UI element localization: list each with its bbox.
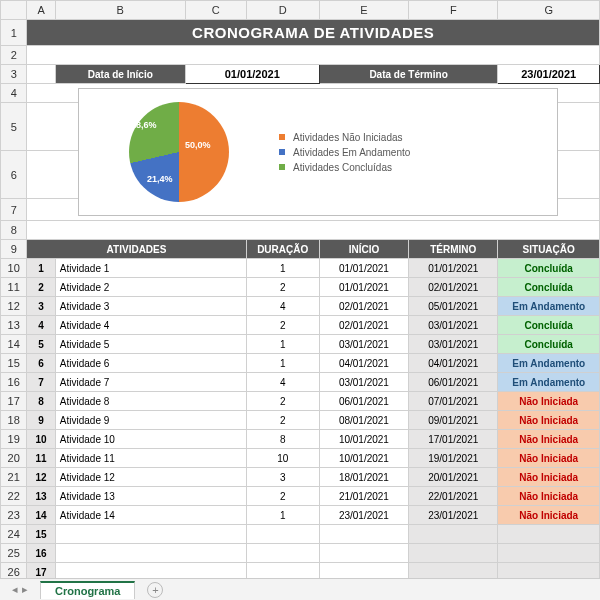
row-header[interactable]: 1 — [1, 20, 27, 46]
duration-cell[interactable]: 1 — [246, 506, 319, 525]
status-cell[interactable]: Concluída — [498, 259, 600, 278]
activity-name[interactable]: Atividade 10 — [55, 430, 246, 449]
activity-index[interactable]: 5 — [27, 335, 55, 354]
row-header[interactable]: 19 — [1, 430, 27, 449]
end-cell[interactable]: 04/01/2021 — [409, 354, 498, 373]
duration-cell[interactable]: 8 — [246, 430, 319, 449]
activity-name[interactable]: Atividade 13 — [55, 487, 246, 506]
row-header[interactable]: 21 — [1, 468, 27, 487]
start-cell[interactable]: 23/01/2021 — [319, 506, 408, 525]
end-cell[interactable]: 22/01/2021 — [409, 487, 498, 506]
end-cell[interactable]: 07/01/2021 — [409, 392, 498, 411]
row-header[interactable]: 15 — [1, 354, 27, 373]
row-header[interactable]: 2 — [1, 46, 27, 65]
status-cell[interactable]: Em Andamento — [498, 373, 600, 392]
duration-cell[interactable]: 2 — [246, 487, 319, 506]
column-header[interactable]: B — [55, 1, 185, 20]
end-cell[interactable]: 03/01/2021 — [409, 316, 498, 335]
status-cell[interactable]: Concluída — [498, 316, 600, 335]
duration-cell[interactable]: 2 — [246, 392, 319, 411]
status-cell[interactable]: Em Andamento — [498, 354, 600, 373]
status-cell[interactable]: Concluída — [498, 335, 600, 354]
activity-name[interactable]: Atividade 3 — [55, 297, 246, 316]
column-header[interactable]: A — [27, 1, 55, 20]
activity-index[interactable]: 14 — [27, 506, 55, 525]
activity-index[interactable]: 16 — [27, 544, 55, 563]
start-cell[interactable]: 10/01/2021 — [319, 430, 408, 449]
activity-index[interactable]: 6 — [27, 354, 55, 373]
activity-index[interactable]: 2 — [27, 278, 55, 297]
table-row[interactable]: 112Atividade 2201/01/202102/01/2021Concl… — [1, 278, 600, 297]
status-cell[interactable]: Não Iniciada — [498, 392, 600, 411]
table-row[interactable]: 156Atividade 6104/01/202104/01/2021Em An… — [1, 354, 600, 373]
duration-cell[interactable]: 1 — [246, 354, 319, 373]
end-cell[interactable]: 05/01/2021 — [409, 297, 498, 316]
start-cell[interactable]: 03/01/2021 — [319, 335, 408, 354]
column-header[interactable]: F — [409, 1, 498, 20]
tab-nav-icon[interactable]: ◂ ▸ — [0, 583, 40, 596]
empty-cell[interactable] — [246, 544, 319, 563]
end-cell[interactable]: 20/01/2021 — [409, 468, 498, 487]
empty-cell[interactable] — [246, 525, 319, 544]
row-header[interactable]: 14 — [1, 335, 27, 354]
table-row[interactable]: 2516 — [1, 544, 600, 563]
activity-name[interactable]: Atividade 6 — [55, 354, 246, 373]
activity-index[interactable]: 11 — [27, 449, 55, 468]
activity-name[interactable]: Atividade 7 — [55, 373, 246, 392]
end-cell[interactable]: 09/01/2021 — [409, 411, 498, 430]
column-header[interactable]: C — [185, 1, 246, 20]
start-date-value[interactable]: 01/01/2021 — [185, 65, 319, 84]
start-cell[interactable]: 10/01/2021 — [319, 449, 408, 468]
duration-cell[interactable]: 1 — [246, 335, 319, 354]
status-cell[interactable] — [498, 525, 600, 544]
row-header[interactable]: 25 — [1, 544, 27, 563]
activity-name[interactable] — [55, 544, 246, 563]
status-cell[interactable] — [498, 544, 600, 563]
sheet-tab-bar[interactable]: ◂ ▸ Cronograma + — [0, 578, 600, 600]
table-row[interactable]: 134Atividade 4202/01/202103/01/2021Concl… — [1, 316, 600, 335]
activity-name[interactable]: Atividade 9 — [55, 411, 246, 430]
row-header[interactable]: 7 — [1, 199, 27, 221]
end-cell[interactable]: 02/01/2021 — [409, 278, 498, 297]
table-row[interactable]: 167Atividade 7403/01/202106/01/2021Em An… — [1, 373, 600, 392]
start-cell[interactable]: 03/01/2021 — [319, 373, 408, 392]
activity-name[interactable]: Atividade 5 — [55, 335, 246, 354]
status-cell[interactable]: Não Iniciada — [498, 487, 600, 506]
row-header[interactable]: 23 — [1, 506, 27, 525]
end-cell[interactable]: 06/01/2021 — [409, 373, 498, 392]
activity-index[interactable]: 13 — [27, 487, 55, 506]
start-cell[interactable]: 02/01/2021 — [319, 297, 408, 316]
activity-name[interactable]: Atividade 8 — [55, 392, 246, 411]
table-row[interactable]: 1910Atividade 10810/01/202117/01/2021Não… — [1, 430, 600, 449]
duration-cell[interactable]: 1 — [246, 259, 319, 278]
duration-cell[interactable]: 4 — [246, 373, 319, 392]
status-cell[interactable]: Não Iniciada — [498, 506, 600, 525]
table-row[interactable]: 2314Atividade 14123/01/202123/01/2021Não… — [1, 506, 600, 525]
activity-index[interactable]: 10 — [27, 430, 55, 449]
activity-name[interactable] — [55, 525, 246, 544]
activity-index[interactable]: 8 — [27, 392, 55, 411]
row-header[interactable]: 10 — [1, 259, 27, 278]
status-cell[interactable]: Não Iniciada — [498, 468, 600, 487]
column-headers[interactable]: ABCDEFG — [1, 1, 600, 20]
row-header[interactable]: 17 — [1, 392, 27, 411]
duration-cell[interactable]: 4 — [246, 297, 319, 316]
row-header[interactable]: 8 — [1, 221, 27, 240]
duration-cell[interactable]: 2 — [246, 278, 319, 297]
row-header[interactable]: 5 — [1, 103, 27, 151]
column-header[interactable] — [1, 1, 27, 20]
row-header[interactable]: 22 — [1, 487, 27, 506]
row-header[interactable]: 11 — [1, 278, 27, 297]
row-header[interactable]: 20 — [1, 449, 27, 468]
status-cell[interactable]: Não Iniciada — [498, 449, 600, 468]
activity-index[interactable]: 1 — [27, 259, 55, 278]
end-date-value[interactable]: 23/01/2021 — [498, 65, 600, 84]
activity-name[interactable]: Atividade 12 — [55, 468, 246, 487]
end-cell[interactable]: 19/01/2021 — [409, 449, 498, 468]
activity-name[interactable]: Atividade 4 — [55, 316, 246, 335]
activity-index[interactable]: 7 — [27, 373, 55, 392]
activity-name[interactable]: Atividade 14 — [55, 506, 246, 525]
start-cell[interactable]: 01/01/2021 — [319, 278, 408, 297]
status-cell[interactable]: Não Iniciada — [498, 430, 600, 449]
table-row[interactable]: 178Atividade 8206/01/202107/01/2021Não I… — [1, 392, 600, 411]
